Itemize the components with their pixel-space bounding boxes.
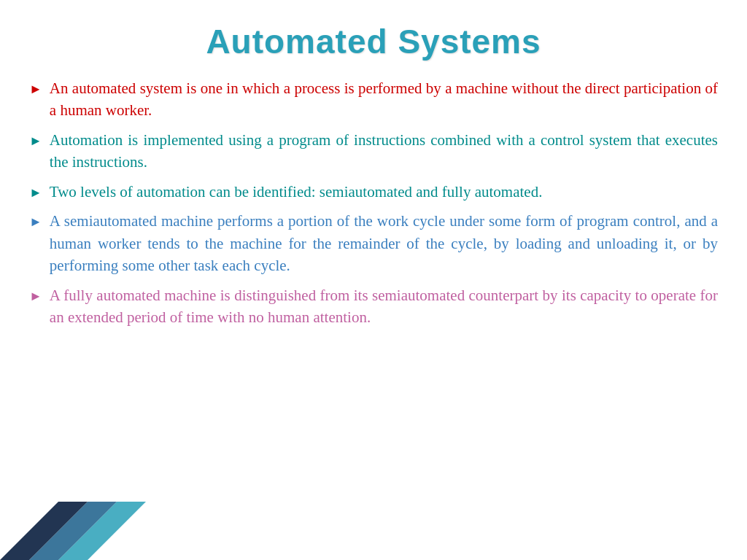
bullet-list: ► An automated system is one in which a … — [29, 77, 718, 328]
bullet-item-4: ► A semiautomated machine performs a por… — [29, 210, 718, 276]
bullet-item-5: ► A fully automated machine is distingui… — [29, 284, 718, 329]
bullet-text-1: An automated system is one in which a pr… — [50, 77, 718, 122]
svg-marker-0 — [0, 502, 146, 560]
bullet-item-2: ► Automation is implemented using a prog… — [29, 129, 718, 174]
bullet-text-2: Automation is implemented using a progra… — [50, 129, 718, 174]
corner-decoration — [0, 502, 146, 560]
svg-marker-2 — [0, 502, 88, 560]
svg-marker-1 — [0, 502, 117, 560]
bullet-text-4: A semiautomated machine performs a porti… — [50, 210, 718, 276]
slide: Automated Systems ► An automated system … — [0, 0, 747, 560]
bullet-item-3: ► Two levels of automation can be identi… — [29, 181, 718, 203]
bullet-text-5: A fully automated machine is distinguish… — [50, 284, 718, 329]
bullet-item-1: ► An automated system is one in which a … — [29, 77, 718, 122]
bullet-arrow-4: ► — [29, 212, 42, 231]
slide-title: Automated Systems — [29, 22, 718, 61]
bullet-arrow-2: ► — [29, 131, 42, 150]
bullet-arrow-1: ► — [29, 79, 42, 98]
bullet-arrow-5: ► — [29, 287, 42, 306]
bullet-arrow-3: ► — [29, 183, 42, 202]
bullet-text-3: Two levels of automation can be identifi… — [50, 181, 543, 203]
